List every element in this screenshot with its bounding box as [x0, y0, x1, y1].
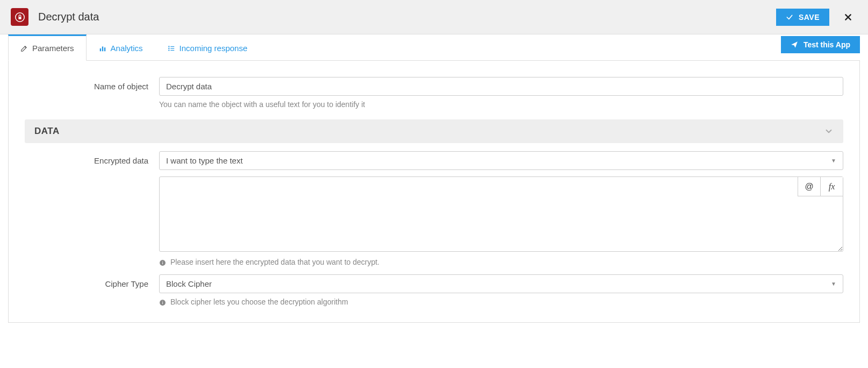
at-icon: @ [805, 182, 813, 192]
info-icon [159, 259, 166, 266]
tab-content: Name of object You can name the object w… [8, 61, 860, 323]
tab-incoming-response[interactable]: Incoming response [155, 34, 260, 61]
cipher-type-value: Block Cipher [166, 279, 212, 288]
checkmark-icon [786, 13, 793, 21]
encrypted-help: Please insert here the encrypted data th… [159, 258, 843, 266]
fx-icon: fx [829, 182, 835, 192]
label-name: Name of object [25, 77, 159, 91]
cipher-type-select[interactable]: Block Cipher ▼ [159, 274, 843, 293]
svg-rect-16 [162, 301, 163, 301]
section-data-title: DATA [34, 126, 60, 137]
svg-rect-4 [104, 47, 105, 51]
app-icon [11, 8, 28, 26]
caret-down-icon: ▼ [831, 158, 836, 164]
fx-button[interactable]: fx [820, 177, 843, 196]
page-header: Decrypt data SAVE [0, 0, 868, 34]
name-help-text: You can name the object with a useful te… [159, 100, 843, 109]
svg-rect-8 [170, 46, 174, 46]
chevron-down-icon [824, 126, 834, 136]
svg-rect-10 [170, 49, 174, 50]
row-encrypted: Encrypted data I want to type the text ▼… [25, 151, 843, 266]
svg-rect-9 [170, 48, 174, 48]
tab-bar: Parameters Analytics Incoming response [8, 34, 860, 61]
svg-rect-13 [162, 261, 163, 261]
test-app-label: Test this App [804, 40, 850, 49]
encrypted-help-text: Please insert here the encrypted data th… [170, 258, 379, 266]
list-icon [168, 45, 175, 52]
tab-parameters[interactable]: Parameters [8, 34, 87, 61]
tab-parameters-label: Parameters [32, 44, 74, 53]
svg-rect-1 [18, 17, 21, 19]
svg-rect-12 [162, 262, 163, 264]
close-button[interactable] [839, 11, 857, 23]
svg-point-5 [168, 46, 169, 47]
label-cipher: Cipher Type [25, 274, 159, 288]
svg-rect-15 [162, 302, 163, 304]
caret-down-icon: ▼ [831, 281, 836, 287]
page-title: Decrypt data [38, 11, 776, 23]
encrypted-mode-value: I want to type the text [166, 156, 243, 165]
tab-incoming-label: Incoming response [180, 44, 248, 53]
row-name: Name of object You can name the object w… [25, 77, 843, 109]
cipher-help: Block cipher lets you choose the decrypt… [159, 298, 843, 306]
info-icon [159, 299, 166, 306]
lock-icon [15, 12, 25, 22]
close-icon [844, 13, 852, 21]
tab-analytics-label: Analytics [111, 44, 143, 53]
name-input[interactable] [159, 77, 843, 96]
textarea-tools: @ fx [798, 177, 843, 196]
main-panel: Parameters Analytics Incoming response [8, 34, 860, 323]
edit-icon [20, 45, 28, 52]
save-button[interactable]: SAVE [776, 9, 829, 26]
encrypted-mode-select[interactable]: I want to type the text ▼ [159, 151, 843, 170]
cipher-help-text: Block cipher lets you choose the decrypt… [170, 298, 348, 306]
paper-plane-icon [791, 41, 798, 48]
section-data-header[interactable]: DATA [25, 119, 843, 143]
svg-rect-3 [102, 46, 103, 51]
test-app-button[interactable]: Test this App [781, 36, 860, 53]
svg-rect-2 [99, 48, 101, 51]
at-button[interactable]: @ [798, 177, 820, 196]
svg-point-7 [168, 49, 169, 51]
svg-point-6 [168, 47, 169, 48]
tab-analytics[interactable]: Analytics [87, 34, 155, 61]
label-encrypted: Encrypted data [25, 151, 159, 165]
bar-chart-icon [99, 45, 106, 52]
row-cipher: Cipher Type Block Cipher ▼ Block cipher … [25, 274, 843, 306]
save-button-label: SAVE [799, 13, 820, 22]
encrypted-textarea[interactable] [159, 176, 843, 252]
